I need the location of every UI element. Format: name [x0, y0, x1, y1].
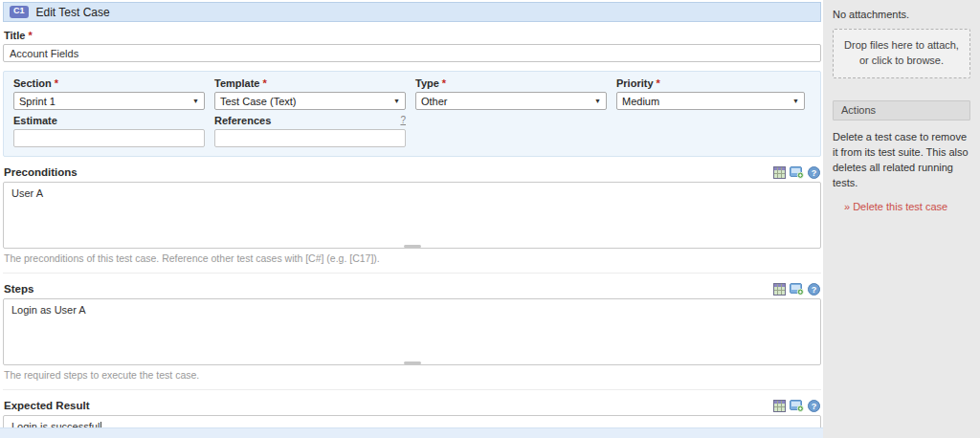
resize-grip[interactable] [404, 245, 421, 248]
delete-test-case-link[interactable]: » Delete this test case [844, 201, 947, 212]
help-icon[interactable]: ? [808, 400, 820, 412]
priority-label: Priority* [616, 77, 660, 89]
sidebar: No attachments. Drop files here to attac… [823, 0, 980, 438]
actions-description: Delete a test case to remove it from its… [833, 130, 970, 191]
references-help-link[interactable]: ? [400, 115, 406, 125]
template-label: Template* [214, 77, 267, 89]
steps-section: Steps ? Login as User A The requir [3, 282, 821, 390]
empty-cell [415, 115, 616, 147]
type-label: Type* [415, 77, 446, 89]
case-id-badge: C1 [10, 6, 29, 18]
empty-cell [616, 115, 811, 147]
actions-header: Actions [833, 100, 970, 120]
attachments-status: No attachments. [833, 9, 970, 20]
chevron-down-icon: ▼ [393, 98, 400, 104]
add-image-icon[interactable] [790, 165, 804, 179]
required-marker: * [28, 30, 32, 41]
required-marker: * [55, 77, 58, 89]
editor-toolbar: ? [773, 282, 820, 296]
title-label: Title* [4, 30, 820, 41]
svg-text:?: ? [812, 401, 817, 410]
priority-cell: Priority* Medium ▼ [616, 77, 811, 110]
chevron-down-icon: ▼ [594, 98, 601, 104]
type-select[interactable]: Other ▼ [415, 92, 607, 110]
type-select-value: Other [421, 96, 448, 107]
priority-select-value: Medium [622, 96, 659, 107]
add-image-icon[interactable] [790, 399, 804, 412]
insert-table-icon[interactable] [773, 400, 786, 412]
priority-select[interactable]: Medium ▼ [616, 92, 805, 110]
selects-row: Section* Sprint 1 ▼ Template* Test Case … [13, 77, 811, 110]
page-title: Edit Test Case [36, 6, 110, 19]
preconditions-section: Preconditions ? User A The precond [3, 165, 821, 274]
references-label: References [214, 115, 271, 126]
edit-test-case-page: C1 Edit Test Case Title* Section* Sprint… [0, 0, 980, 438]
insert-table-icon[interactable] [773, 166, 786, 179]
help-icon[interactable]: ? [808, 283, 820, 296]
next-section-edge [0, 427, 823, 438]
main-content: C1 Edit Test Case Title* Section* Sprint… [0, 0, 823, 438]
template-select[interactable]: Test Case (Text) ▼ [214, 92, 406, 110]
chevron-down-icon: ▼ [192, 98, 199, 104]
references-cell: References ? [214, 115, 415, 147]
section-label: Section* [13, 77, 58, 89]
help-icon[interactable]: ? [808, 166, 820, 179]
add-image-icon[interactable] [790, 282, 804, 296]
attributes-box: Section* Sprint 1 ▼ Template* Test Case … [3, 71, 821, 157]
title-label-text: Title [4, 30, 25, 41]
preconditions-hint: The preconditions of this test case. Ref… [4, 252, 820, 264]
editor-toolbar: ? [773, 399, 820, 412]
required-marker: * [442, 77, 446, 89]
estimate-label: Estimate [13, 115, 57, 126]
steps-text: Login as User A [11, 304, 86, 316]
references-input[interactable] [214, 129, 406, 147]
page-header: C1 Edit Test Case [3, 2, 821, 22]
template-cell: Template* Test Case (Text) ▼ [214, 77, 415, 110]
expected-result-label: Expected Result [4, 400, 89, 411]
section-cell: Section* Sprint 1 ▼ [13, 77, 214, 110]
required-marker: * [657, 77, 660, 89]
title-input[interactable] [3, 44, 821, 62]
template-select-value: Test Case (Text) [220, 96, 296, 107]
inputs-row: Estimate References ? [13, 115, 811, 147]
type-cell: Type* Other ▼ [415, 77, 616, 110]
section-select[interactable]: Sprint 1 ▼ [13, 92, 205, 110]
section-select-value: Sprint 1 [19, 96, 56, 107]
attachments-dropzone[interactable]: Drop files here to attach, or click to b… [833, 29, 970, 78]
insert-table-icon[interactable] [773, 283, 786, 296]
svg-text:?: ? [812, 167, 817, 177]
resize-grip[interactable] [404, 361, 421, 364]
steps-label: Steps [4, 283, 33, 295]
preconditions-label: Preconditions [4, 166, 78, 178]
steps-textarea[interactable]: Login as User A [3, 298, 821, 365]
chevron-down-icon: ▼ [792, 98, 799, 104]
estimate-cell: Estimate [13, 115, 214, 147]
preconditions-textarea[interactable]: User A [3, 182, 821, 249]
svg-text:?: ? [812, 284, 817, 294]
required-marker: * [262, 77, 266, 89]
estimate-input[interactable] [13, 129, 205, 147]
editor-toolbar: ? [773, 165, 820, 179]
preconditions-text: User A [11, 187, 43, 199]
steps-hint: The required steps to execute the test c… [4, 369, 820, 381]
